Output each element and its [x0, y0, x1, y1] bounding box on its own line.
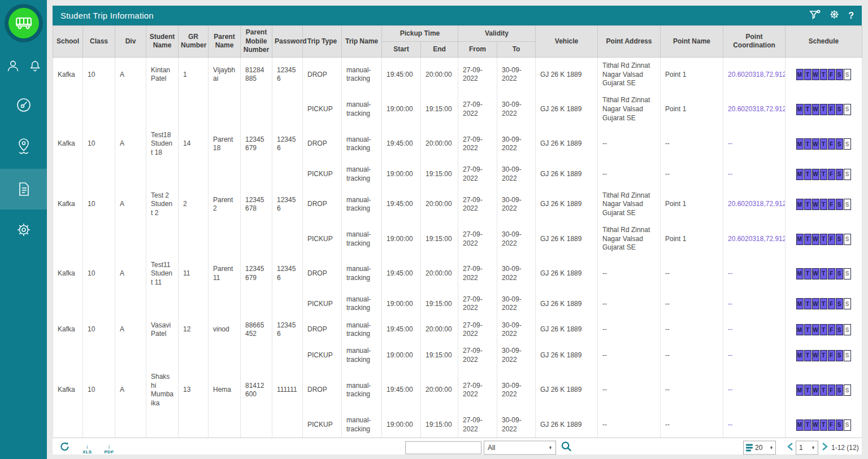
schedule-day-button[interactable]: F [828, 104, 835, 115]
schedule-day-button[interactable]: S [844, 350, 851, 361]
sidebar-item-users[interactable] [6, 59, 20, 73]
filter-icon[interactable] [809, 10, 821, 22]
schedule-day-button[interactable]: T [820, 324, 827, 335]
schedule-day-button[interactable]: W [812, 104, 819, 115]
prev-page-icon[interactable] [787, 442, 794, 453]
schedule-day-button[interactable]: S [836, 169, 843, 180]
download-pdf-button[interactable]: ↓ PDF [104, 443, 114, 454]
download-xls-button[interactable]: ↓ XLS [83, 443, 92, 454]
schedule-day-button[interactable]: T [804, 234, 811, 245]
schedule-day-button[interactable]: S [844, 234, 851, 245]
schedule-day-button[interactable]: S [844, 104, 851, 115]
schedule-day-button[interactable]: W [812, 199, 819, 210]
schedule-day-button[interactable]: T [820, 138, 827, 150]
schedule-day-button[interactable]: T [804, 268, 811, 279]
schedule-day-button[interactable]: T [804, 169, 811, 180]
next-page-icon[interactable] [821, 442, 828, 453]
point-coordination-link[interactable]: -- [723, 317, 785, 343]
schedule-day-button[interactable]: T [820, 298, 827, 309]
schedule-day-button[interactable]: S [836, 419, 843, 431]
schedule-day-button[interactable]: S [836, 138, 843, 150]
schedule-day-button[interactable]: S [844, 169, 851, 180]
schedule-day-button[interactable]: T [804, 138, 811, 150]
schedule-day-button[interactable]: S [836, 69, 843, 80]
point-coordination-link[interactable]: 20.6020318,72.91234 [723, 187, 785, 222]
schedule-day-button[interactable]: F [828, 350, 835, 361]
schedule-day-button[interactable]: S [844, 268, 851, 279]
schedule-day-button[interactable]: F [828, 169, 835, 180]
help-icon[interactable]: ? [848, 11, 854, 21]
schedule-day-button[interactable]: S [844, 384, 851, 396]
schedule-day-button[interactable]: M [796, 419, 804, 431]
schedule-day-button[interactable]: S [844, 199, 851, 210]
schedule-day-button[interactable]: T [820, 268, 827, 279]
schedule-day-button[interactable]: T [804, 199, 811, 210]
schedule-day-button[interactable]: T [820, 350, 827, 361]
point-coordination-link[interactable]: -- [723, 291, 785, 317]
schedule-day-button[interactable]: F [828, 138, 835, 150]
search-column-select[interactable]: All ▲▼ [484, 440, 556, 454]
point-coordination-link[interactable]: -- [723, 127, 785, 161]
schedule-day-button[interactable]: W [812, 419, 819, 431]
schedule-day-button[interactable]: T [804, 104, 811, 115]
schedule-day-button[interactable]: S [844, 69, 851, 80]
schedule-day-button[interactable]: W [812, 350, 819, 361]
schedule-day-button[interactable]: M [796, 324, 804, 335]
sidebar-item-reports[interactable] [0, 169, 47, 209]
point-coordination-link[interactable]: 20.6020318,72.91234 [723, 92, 785, 126]
schedule-day-button[interactable]: W [812, 324, 819, 335]
point-coordination-link[interactable]: -- [723, 161, 785, 187]
schedule-day-button[interactable]: T [804, 324, 811, 335]
schedule-day-button[interactable]: T [804, 298, 811, 309]
sidebar-item-settings[interactable] [15, 221, 32, 238]
schedule-day-button[interactable]: M [796, 169, 804, 180]
schedule-day-button[interactable]: M [796, 199, 804, 210]
schedule-day-button[interactable]: M [796, 268, 804, 279]
schedule-day-button[interactable]: F [828, 384, 835, 396]
page-number-input[interactable]: 1 ▲▼ [796, 440, 818, 454]
schedule-day-button[interactable]: T [820, 104, 827, 115]
refresh-icon[interactable] [59, 441, 70, 454]
schedule-day-button[interactable]: M [796, 104, 804, 115]
page-size-select[interactable]: 20 ▲▼ [743, 440, 776, 454]
schedule-day-button[interactable]: F [828, 234, 835, 245]
sidebar-item-notifications[interactable] [28, 59, 42, 73]
sidebar-item-tracking[interactable] [15, 137, 32, 155]
point-coordination-link[interactable]: -- [723, 369, 785, 412]
schedule-day-button[interactable]: T [820, 69, 827, 80]
schedule-day-button[interactable]: S [836, 199, 843, 210]
schedule-day-button[interactable]: W [812, 234, 819, 245]
schedule-day-button[interactable]: F [828, 419, 835, 431]
schedule-day-button[interactable]: S [836, 298, 843, 309]
point-coordination-link[interactable]: 20.6020318,72.91234 [723, 222, 785, 256]
schedule-day-button[interactable]: F [828, 199, 835, 210]
schedule-day-button[interactable]: M [796, 350, 804, 361]
point-coordination-link[interactable]: -- [723, 343, 785, 369]
schedule-day-button[interactable]: S [836, 268, 843, 279]
schedule-day-button[interactable]: T [804, 384, 811, 396]
schedule-day-button[interactable]: S [836, 350, 843, 361]
schedule-day-button[interactable]: M [796, 384, 804, 396]
schedule-day-button[interactable]: W [812, 384, 819, 396]
point-coordination-link[interactable]: -- [723, 256, 785, 291]
schedule-day-button[interactable]: M [796, 138, 804, 150]
schedule-day-button[interactable]: S [836, 104, 843, 115]
schedule-day-button[interactable]: T [820, 234, 827, 245]
schedule-day-button[interactable]: S [836, 234, 843, 245]
schedule-day-button[interactable]: T [804, 69, 811, 80]
search-icon[interactable] [561, 440, 572, 454]
schedule-day-button[interactable]: T [804, 419, 811, 431]
schedule-day-button[interactable]: M [796, 69, 804, 80]
search-input[interactable] [405, 441, 481, 454]
schedule-day-button[interactable]: M [796, 234, 804, 245]
schedule-day-button[interactable]: T [820, 199, 827, 210]
schedule-day-button[interactable]: W [812, 69, 819, 80]
schedule-day-button[interactable]: F [828, 268, 835, 279]
schedule-day-button[interactable]: F [828, 298, 835, 309]
schedule-day-button[interactable]: S [844, 298, 851, 309]
schedule-day-button[interactable]: S [844, 419, 851, 431]
schedule-day-button[interactable]: T [820, 384, 827, 396]
schedule-day-button[interactable]: W [812, 298, 819, 309]
point-coordination-link[interactable]: 20.6020318,72.91234 [723, 57, 785, 92]
schedule-day-button[interactable]: S [836, 324, 843, 335]
